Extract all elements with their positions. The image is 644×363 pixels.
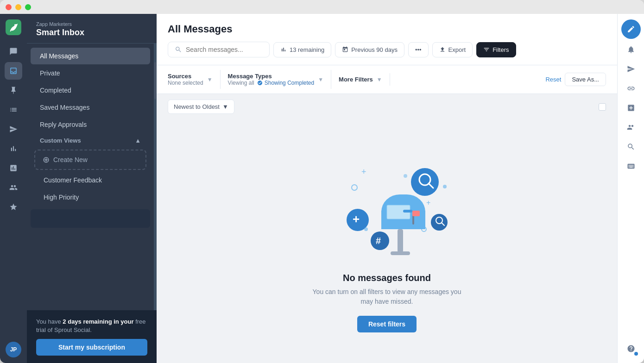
nav-item-saved-messages[interactable]: Saved Messages	[31, 99, 150, 116]
help-icon-button[interactable]	[622, 340, 640, 357]
toolbar: 13 remaining Previous 90 days •••	[168, 42, 606, 65]
check-circle-icon	[257, 80, 263, 86]
sources-chevron-icon: ▼	[207, 76, 213, 83]
add-icon-button[interactable]	[622, 99, 640, 117]
export-button[interactable]: Export	[432, 42, 473, 57]
svg-point-24	[364, 227, 368, 231]
keyboard-icon	[627, 162, 635, 170]
main-content: All Messages 13 remaining	[157, 14, 617, 363]
sources-filter[interactable]: Sources None selected ▼	[168, 70, 221, 89]
create-new-button[interactable]: ⊕ Create New	[34, 150, 146, 170]
svg-point-0	[352, 185, 357, 190]
svg-point-5	[411, 168, 439, 196]
sidebar-item-inbox[interactable]	[5, 62, 22, 80]
sidebar-header: Zapp Marketers Smart Inbox	[27, 14, 157, 44]
sidebar-item-list[interactable]	[5, 101, 22, 119]
svg-rect-18	[403, 210, 412, 213]
bar-chart-icon	[280, 46, 287, 53]
filters-bar: Sources None selected ▼ Message Types Vi…	[157, 65, 617, 94]
sidebar-scroll-thumb	[154, 62, 156, 99]
mailbox-illustration: + + + #	[313, 150, 461, 262]
minimize-button[interactable]	[15, 4, 21, 10]
select-all-checkbox[interactable]	[599, 103, 606, 111]
help-notification-dot	[634, 352, 638, 356]
search-right-icon-button[interactable]	[622, 138, 640, 156]
filter-icon	[483, 46, 490, 53]
empty-state-title: No messages found	[343, 273, 431, 283]
save-as-button[interactable]: Save As...	[565, 73, 606, 86]
svg-text:+: +	[361, 167, 366, 176]
search-icon	[175, 46, 182, 53]
svg-rect-22	[412, 211, 420, 216]
start-subscription-button[interactable]: Start my subscription	[36, 339, 147, 356]
sidebar-item-star[interactable]	[5, 198, 22, 216]
fullscreen-button[interactable]	[25, 4, 31, 10]
search-right-icon	[627, 143, 635, 151]
keyboard-icon-button[interactable]	[622, 157, 640, 175]
svg-point-23	[443, 185, 447, 188]
close-button[interactable]	[6, 4, 12, 10]
compose-icon-button[interactable]	[621, 19, 641, 39]
link-icon	[627, 84, 635, 93]
remaining-button[interactable]: 13 remaining	[273, 42, 331, 57]
sidebar-scrollbar[interactable]	[154, 44, 157, 310]
svg-rect-19	[398, 229, 403, 252]
help-icon	[627, 344, 635, 353]
svg-rect-20	[391, 251, 410, 255]
svg-point-8	[431, 214, 448, 231]
user-avatar[interactable]: JP	[6, 342, 21, 357]
bell-icon	[627, 45, 635, 54]
team-icon	[627, 123, 635, 131]
suggested-section-placeholder	[31, 209, 150, 228]
reset-filters-button[interactable]: Reset filters	[357, 316, 417, 332]
sidebar-item-chart[interactable]	[5, 159, 22, 177]
filters-button[interactable]: Filters	[476, 42, 516, 57]
sidebar-item-messages[interactable]	[5, 43, 22, 60]
more-filters[interactable]: More Filters ▼	[339, 73, 390, 86]
chevron-up-icon: ▲	[135, 137, 141, 144]
link-icon-button[interactable]	[622, 80, 640, 97]
app-logo	[6, 19, 21, 35]
company-name: Zapp Marketers	[36, 21, 147, 27]
message-types-filter[interactable]: Message Types Viewing all Showing Comple…	[228, 70, 331, 89]
more-filters-chevron-icon: ▼	[377, 76, 382, 83]
showing-completed-badge: Showing Completed	[257, 80, 314, 86]
sidebar-item-people[interactable]	[5, 179, 22, 196]
sidebar-nav: All Messages Private Completed Saved Mes…	[27, 44, 154, 310]
more-options-button[interactable]: •••	[408, 42, 429, 57]
sidebar-title: Smart Inbox	[36, 28, 147, 38]
page-title: All Messages	[168, 23, 606, 35]
svg-text:+: +	[353, 212, 360, 226]
right-panel	[617, 14, 644, 363]
nav-item-private[interactable]: Private	[31, 65, 150, 81]
sidebar-item-send[interactable]	[5, 120, 22, 138]
filter-actions: Reset Save As...	[545, 73, 606, 86]
send-icon-button[interactable]	[622, 60, 640, 78]
nav-item-all-messages[interactable]: All Messages	[31, 48, 150, 64]
export-icon	[439, 46, 446, 53]
empty-state: + + + #	[157, 119, 617, 363]
send-icon	[627, 65, 635, 73]
sort-chevron-icon: ▼	[222, 103, 228, 110]
search-box[interactable]	[168, 42, 270, 57]
nav-item-completed[interactable]: Completed	[31, 82, 150, 99]
title-bar	[0, 0, 644, 14]
team-icon-button[interactable]	[622, 119, 640, 136]
sidebar-item-pin[interactable]	[5, 81, 22, 99]
search-input[interactable]	[186, 46, 260, 53]
svg-text:#: #	[376, 236, 381, 246]
date-range-button[interactable]: Previous 90 days	[335, 42, 404, 57]
nav-item-reply-approvals[interactable]: Reply Approvals	[31, 116, 150, 133]
sidebar-item-analytics[interactable]	[5, 140, 22, 157]
nav-item-high-priority[interactable]: High Priority	[31, 189, 150, 206]
app-window: JP Zapp Marketers Smart Inbox All Messag…	[0, 0, 644, 363]
bell-icon-button[interactable]	[622, 41, 640, 58]
app-body: JP Zapp Marketers Smart Inbox All Messag…	[0, 14, 644, 363]
custom-views-header[interactable]: Custom Views ▲	[31, 133, 150, 148]
message-types-chevron-icon: ▼	[318, 76, 323, 83]
nav-item-customer-feedback[interactable]: Customer Feedback	[31, 172, 150, 188]
reset-filters-inline-button[interactable]: Reset	[545, 76, 561, 83]
svg-text:+: +	[426, 199, 430, 207]
sort-select[interactable]: Newest to Oldest ▼	[168, 100, 234, 114]
plus-circle-icon: ⊕	[43, 155, 50, 165]
